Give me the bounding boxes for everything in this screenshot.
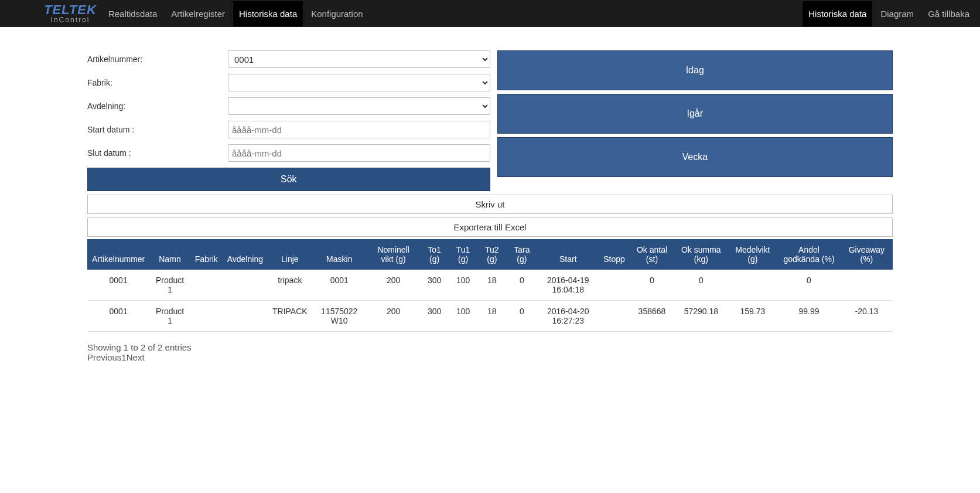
table-cell: 0 [506, 301, 537, 332]
nav-historiska-data[interactable]: Historiska data [233, 1, 303, 26]
avdelning-label: Avdelning: [87, 101, 228, 111]
table-cell: 57290.18 [674, 301, 728, 332]
nav-historiska-data-right[interactable]: Historiska data [803, 1, 872, 26]
table-cell [190, 270, 223, 301]
col-stopp[interactable]: Stopp [599, 239, 630, 270]
col-ok-antal[interactable]: Ok antal (st) [630, 239, 674, 270]
vecka-button[interactable]: Vecka [497, 137, 893, 177]
table-cell: 159.73 [728, 301, 778, 332]
table-cell: Product 1 [149, 270, 190, 301]
table-row: 0001Product 1tripack00012003001001802016… [87, 270, 893, 301]
table-cell: 2016-04-19 16:04:18 [537, 270, 599, 301]
table-cell: 11575022 W10 [312, 301, 367, 332]
table-cell: 0001 [312, 270, 367, 301]
col-andel[interactable]: Andel godkända (%) [777, 239, 840, 270]
artikelnummer-select[interactable]: 0001 [228, 50, 490, 68]
table-cell: 99.99 [777, 301, 840, 332]
table-cell [223, 301, 268, 332]
table-body: 0001Product 1tripack00012003001001802016… [87, 270, 893, 332]
col-medelvikt[interactable]: Medelvikt (g) [728, 239, 778, 270]
table-row: 0001Product 1TRIPACK11575022 W1020030010… [87, 301, 893, 332]
col-nominell[interactable]: Nominell vikt (g) [367, 239, 420, 270]
start-datum-label: Start datum : [87, 125, 228, 134]
table-cell [599, 270, 630, 301]
nav-realtidsdata[interactable]: Realtidsdata [103, 1, 163, 26]
nav-diagram[interactable]: Diagram [875, 1, 920, 26]
table-cell: tripack [268, 270, 312, 301]
table-cell: 2016-04-20 16:27:23 [537, 301, 599, 332]
logo: TELTEK InControl [44, 4, 97, 23]
col-avdelning[interactable]: Avdelning [223, 239, 268, 270]
table-cell [190, 301, 223, 332]
pager-page-1[interactable]: 1 [121, 352, 126, 362]
table-cell: 0001 [87, 301, 149, 332]
slut-datum-label: Slut datum : [87, 148, 228, 158]
table-cell: 0 [506, 270, 537, 301]
col-tara[interactable]: Tara (g) [506, 239, 537, 270]
table-cell: 0001 [87, 270, 149, 301]
pager-info: Showing 1 to 2 of 2 entries [87, 342, 893, 352]
nav-artikelregister[interactable]: Artikelregister [165, 1, 231, 26]
slut-datum-input[interactable] [228, 144, 490, 162]
col-giveaway[interactable]: Giveaway (%) [841, 239, 893, 270]
table-cell: -20.13 [841, 301, 893, 332]
col-ok-summa[interactable]: Ok summa (kg) [674, 239, 728, 270]
artikelnummer-label: Artikelnummer: [87, 55, 228, 64]
pager-previous[interactable]: Previous [87, 352, 121, 362]
table-cell: TRIPACK [268, 301, 312, 332]
nav-right: Historiska data Diagram Gå tillbaka [803, 1, 975, 26]
nav-ga-tillbaka[interactable]: Gå tillbaka [922, 1, 975, 26]
col-start[interactable]: Start [537, 239, 599, 270]
quick-filter-panel: Idag Igår Vecka [497, 50, 893, 181]
idag-button[interactable]: Idag [497, 50, 893, 90]
table-cell: 18 [477, 270, 506, 301]
table-cell: 0 [777, 270, 840, 301]
nav-konfiguration[interactable]: Konfiguration [305, 1, 368, 26]
pager-next[interactable]: Next [127, 352, 145, 362]
table-cell: 200 [367, 301, 420, 332]
export-excel-button[interactable]: Exportera till Excel [87, 217, 893, 237]
table-cell: 0 [630, 270, 674, 301]
logo-main: TELTEK [44, 4, 97, 16]
table-cell: 300 [420, 301, 449, 332]
col-fabrik[interactable]: Fabrik [190, 239, 223, 270]
fabrik-label: Fabrik: [87, 78, 228, 87]
table-cell: 0 [674, 270, 728, 301]
col-to1[interactable]: To1 (g) [420, 239, 449, 270]
start-datum-input[interactable] [228, 121, 490, 138]
col-linje[interactable]: Linje [268, 239, 312, 270]
table-cell [841, 270, 893, 301]
igar-button[interactable]: Igår [497, 94, 893, 134]
table-cell: 300 [420, 270, 449, 301]
avdelning-select[interactable] [228, 97, 490, 115]
col-maskin[interactable]: Maskin [312, 239, 367, 270]
table-cell: 100 [449, 270, 477, 301]
table-cell: Product 1 [149, 301, 190, 332]
top-navbar: TELTEK InControl Realtidsdata Artikelreg… [0, 0, 980, 27]
results-table: Artikelnummer Namn Fabrik Avdelning Linj… [87, 239, 893, 332]
col-tu2[interactable]: Tu2 (g) [477, 239, 506, 270]
table-header: Artikelnummer Namn Fabrik Avdelning Linj… [87, 239, 893, 270]
table-cell [728, 270, 778, 301]
sok-button[interactable]: Sök [87, 168, 490, 191]
col-tu1[interactable]: Tu1 (g) [449, 239, 477, 270]
table-cell: 100 [449, 301, 477, 332]
skriv-ut-button[interactable]: Skriv ut [87, 195, 893, 214]
nav-left: Realtidsdata Artikelregister Historiska … [103, 1, 369, 26]
col-artikelnummer[interactable]: Artikelnummer [87, 239, 149, 270]
pager: Showing 1 to 2 of 2 entries Previous1Nex… [87, 342, 893, 362]
table-cell: 18 [477, 301, 506, 332]
col-namn[interactable]: Namn [149, 239, 190, 270]
filter-panel: Artikelnummer: 0001 Fabrik: Avdelning: S… [87, 50, 490, 191]
fabrik-select[interactable] [228, 74, 490, 91]
table-cell [223, 270, 268, 301]
table-cell: 358668 [630, 301, 674, 332]
table-cell [599, 301, 630, 332]
logo-sub: InControl [51, 16, 90, 23]
table-cell: 200 [367, 270, 420, 301]
